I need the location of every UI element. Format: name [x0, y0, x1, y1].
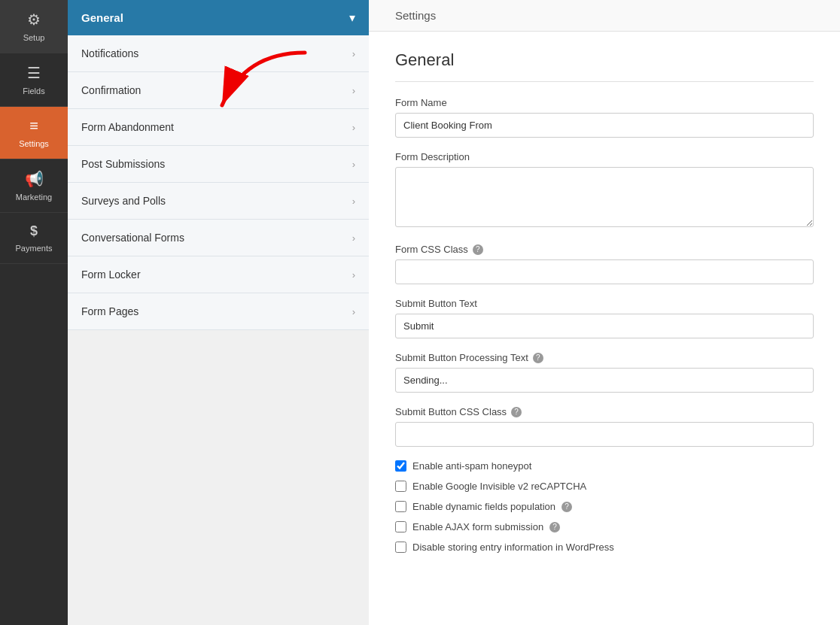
submit-button-processing-label: Submit Button Processing Text ? [395, 352, 814, 363]
form-description-group: Form Description [395, 151, 814, 230]
fields-icon: ☰ [27, 64, 41, 82]
menu-item-label: Confirmation [81, 84, 141, 96]
chevron-right-icon: › [352, 269, 355, 281]
menu-item-conversational-forms[interactable]: Conversational Forms › [68, 220, 369, 256]
chevron-right-icon: › [352, 48, 355, 59]
sidebar-item-setup[interactable]: ⚙ Setup [0, 0, 68, 53]
form-description-label: Form Description [395, 151, 814, 162]
gear-icon: ⚙ [27, 11, 41, 29]
sidebar-item-marketing[interactable]: 📢 Marketing [0, 159, 68, 213]
submit-button-text-input[interactable] [395, 314, 814, 338]
section-title: General [395, 50, 814, 82]
sidebar: ⚙ Setup ☰ Fields ≡ Settings 📢 Marketing … [0, 0, 68, 625]
form-name-label: Form Name [395, 97, 814, 108]
settings-topbar: Settings [369, 0, 840, 32]
menu-item-form-locker[interactable]: Form Locker › [68, 256, 369, 293]
form-name-group: Form Name [395, 97, 814, 138]
sidebar-item-payments[interactable]: $ Payments [0, 213, 68, 264]
menu-item-notifications[interactable]: Notifications › [68, 35, 369, 72]
form-css-class-label: Form CSS Class ? [395, 244, 814, 255]
form-css-class-input[interactable] [395, 259, 814, 284]
chevron-right-icon: › [352, 122, 355, 133]
submit-button-processing-input[interactable] [395, 368, 814, 393]
menu-item-post-submissions[interactable]: Post Submissions › [68, 146, 369, 183]
payments-icon: $ [30, 223, 38, 239]
general-header-label: General [81, 11, 123, 24]
sidebar-item-settings[interactable]: ≡ Settings [0, 107, 68, 159]
menu-item-label: Form Locker [81, 269, 141, 281]
checkbox-recaptcha-label: Enable Google Invisible v2 reCAPTCHA [412, 481, 586, 492]
chevron-right-icon: › [352, 159, 355, 170]
checkbox-disable-storing-label: Disable storing entry information in Wor… [412, 542, 614, 553]
form-description-input[interactable] [395, 167, 814, 227]
right-panel: Settings General Form Name Form Descript… [369, 0, 840, 625]
form-css-class-group: Form CSS Class ? [395, 244, 814, 284]
submit-button-text-group: Submit Button Text [395, 298, 814, 338]
marketing-icon: 📢 [25, 170, 44, 188]
help-icon[interactable]: ? [473, 244, 483, 255]
checkbox-dynamic-fields: Enable dynamic fields population ? [395, 501, 814, 512]
checkbox-ajax-label: Enable AJAX form submission [412, 521, 543, 532]
menu-item-label: Form Abandonment [81, 121, 174, 133]
help-icon-css[interactable]: ? [511, 407, 522, 417]
checkbox-recaptcha: Enable Google Invisible v2 reCAPTCHA [395, 481, 814, 492]
chevron-right-icon: › [352, 232, 355, 244]
middle-panel: General ▾ Notifications › Confirmation ›… [68, 0, 369, 330]
chevron-down-icon: ▾ [349, 11, 355, 25]
general-header[interactable]: General ▾ [68, 0, 369, 35]
checkbox-antispam-input[interactable] [395, 460, 406, 472]
chevron-right-icon: › [352, 306, 355, 317]
menu-item-form-abandonment[interactable]: Form Abandonment › [68, 109, 369, 146]
help-icon-ajax[interactable]: ? [549, 522, 560, 532]
sidebar-item-label: Payments [16, 244, 53, 253]
help-icon-dynamic[interactable]: ? [562, 502, 572, 512]
sidebar-item-fields[interactable]: ☰ Fields [0, 53, 68, 107]
checkbox-antispam: Enable anti-spam honeypot [395, 460, 814, 472]
menu-item-label: Post Submissions [81, 158, 165, 170]
checkbox-ajax: Enable AJAX form submission ? [395, 521, 814, 532]
checkbox-disable-storing: Disable storing entry information in Wor… [395, 542, 814, 553]
settings-icon: ≡ [29, 117, 38, 135]
sidebar-item-label: Settings [19, 139, 49, 148]
chevron-right-icon: › [352, 85, 355, 96]
sidebar-item-label: Setup [23, 33, 45, 42]
submit-button-css-input[interactable] [395, 422, 814, 447]
checkbox-disable-storing-input[interactable] [395, 542, 406, 553]
checkbox-recaptcha-input[interactable] [395, 481, 406, 492]
checkbox-antispam-label: Enable anti-spam honeypot [412, 460, 531, 472]
submit-button-text-label: Submit Button Text [395, 298, 814, 309]
menu-items-list: Notifications › Confirmation › Form Aban… [68, 35, 369, 330]
menu-item-surveys-polls[interactable]: Surveys and Polls › [68, 183, 369, 220]
sidebar-item-label: Fields [23, 86, 44, 96]
menu-item-label: Surveys and Polls [81, 195, 166, 207]
sidebar-item-label: Marketing [16, 193, 52, 202]
menu-item-form-pages[interactable]: Form Pages › [68, 293, 369, 330]
checkbox-dynamic-fields-label: Enable dynamic fields population [412, 501, 555, 512]
submit-button-css-label: Submit Button CSS Class ? [395, 406, 814, 417]
submit-button-processing-group: Submit Button Processing Text ? [395, 352, 814, 393]
form-name-input[interactable] [395, 113, 814, 138]
menu-item-label: Notifications [81, 47, 138, 59]
chevron-right-icon: › [352, 196, 355, 207]
settings-topbar-label: Settings [395, 9, 436, 22]
help-icon-processing[interactable]: ? [533, 353, 543, 363]
checkbox-dynamic-fields-input[interactable] [395, 501, 406, 512]
submit-button-css-group: Submit Button CSS Class ? [395, 406, 814, 447]
menu-item-label: Form Pages [81, 305, 138, 317]
menu-item-label: Conversational Forms [81, 232, 184, 244]
menu-item-confirmation[interactable]: Confirmation › [68, 72, 369, 109]
checkbox-ajax-input[interactable] [395, 521, 406, 532]
